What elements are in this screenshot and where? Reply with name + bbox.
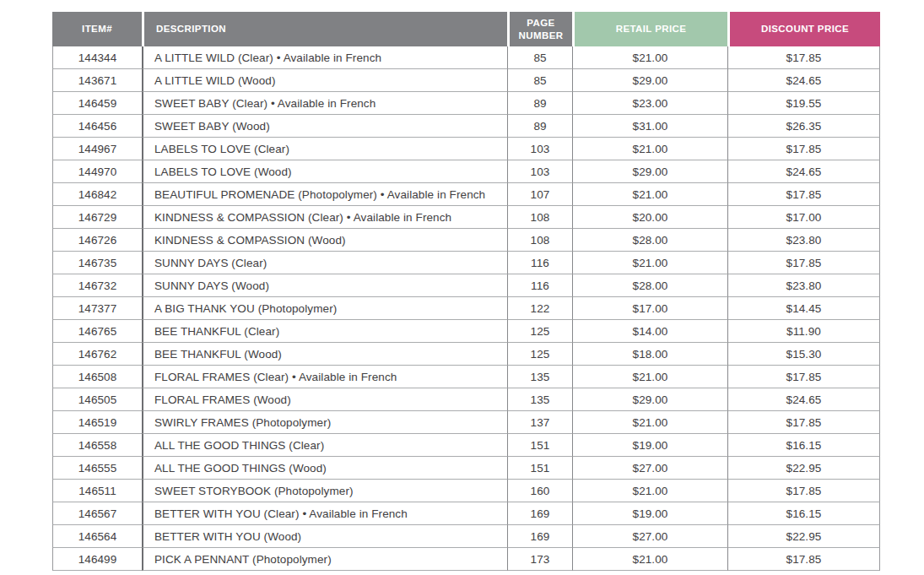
item-number-cell: 143671 xyxy=(52,69,142,92)
page-number-cell: 137 xyxy=(507,411,572,434)
discount-price-cell: $17.00 xyxy=(727,206,880,229)
column-header-item-number: ITEM# xyxy=(52,12,142,46)
table-row: 143671A LITTLE WILD (Wood)85$29.00$24.65 xyxy=(52,69,880,92)
retail-price-cell: $21.00 xyxy=(572,46,727,69)
item-number-cell: 144970 xyxy=(52,160,142,183)
description-cell: A LITTLE WILD (Clear) • Available in Fre… xyxy=(142,46,507,69)
retail-price-cell: $21.00 xyxy=(572,548,727,571)
description-cell: LABELS TO LOVE (Wood) xyxy=(142,160,507,183)
column-header-description: DESCRIPTION xyxy=(142,12,507,46)
description-cell: KINDNESS & COMPASSION (Wood) xyxy=(142,229,507,252)
discount-price-cell: $17.85 xyxy=(727,411,880,434)
description-cell: ALL THE GOOD THINGS (Clear) xyxy=(142,434,507,457)
description-cell: ALL THE GOOD THINGS (Wood) xyxy=(142,457,507,480)
item-number-cell: 146842 xyxy=(52,183,142,206)
page-number-cell: 173 xyxy=(507,548,572,571)
page-number-cell: 151 xyxy=(507,457,572,480)
item-number-cell: 146558 xyxy=(52,434,142,457)
table-row: 146499PICK A PENNANT (Photopolymer)173$2… xyxy=(52,548,880,571)
page-number-cell: 151 xyxy=(507,434,572,457)
table-row: 146519SWIRLY FRAMES (Photopolymer)137$21… xyxy=(52,411,880,434)
item-number-cell: 146505 xyxy=(52,388,142,411)
discount-price-cell: $23.80 xyxy=(727,274,880,297)
table-row: 146726KINDNESS & COMPASSION (Wood)108$28… xyxy=(52,229,880,252)
page-number-cell: 169 xyxy=(507,525,572,548)
discount-price-cell: $23.80 xyxy=(727,229,880,252)
discount-price-cell: $17.85 xyxy=(727,138,880,160)
page-number-cell: 135 xyxy=(507,366,572,388)
page-number-cell: 108 xyxy=(507,206,572,229)
page-number-cell: 116 xyxy=(507,274,572,297)
retail-price-cell: $17.00 xyxy=(572,297,727,320)
table-row: 146459SWEET BABY (Clear) • Available in … xyxy=(52,92,880,115)
discount-price-cell: $16.15 xyxy=(727,502,880,525)
description-cell: BETTER WITH YOU (Clear) • Available in F… xyxy=(142,502,507,525)
retail-price-cell: $21.00 xyxy=(572,366,727,388)
table-row: 146456SWEET BABY (Wood)89$31.00$26.35 xyxy=(52,115,880,138)
retail-price-cell: $29.00 xyxy=(572,388,727,411)
item-number-cell: 146511 xyxy=(52,480,142,502)
item-number-cell: 146555 xyxy=(52,457,142,480)
table-row: 146729KINDNESS & COMPASSION (Clear) • Av… xyxy=(52,206,880,229)
item-number-cell: 147377 xyxy=(52,297,142,320)
discount-price-cell: $14.45 xyxy=(727,297,880,320)
page-number-cell: 85 xyxy=(507,46,572,69)
discount-price-cell: $17.85 xyxy=(727,183,880,206)
item-number-cell: 146765 xyxy=(52,320,142,343)
page-number-cell: 107 xyxy=(507,183,572,206)
price-table: ITEM# DESCRIPTION PAGE NUMBER RETAIL PRI… xyxy=(52,12,880,571)
description-cell: PICK A PENNANT (Photopolymer) xyxy=(142,548,507,571)
discount-price-cell: $16.15 xyxy=(727,434,880,457)
description-cell: BEE THANKFUL (Clear) xyxy=(142,320,507,343)
description-cell: BETTER WITH YOU (Wood) xyxy=(142,525,507,548)
discount-price-cell: $17.85 xyxy=(727,252,880,274)
page-number-cell: 160 xyxy=(507,480,572,502)
description-cell: FLORAL FRAMES (Wood) xyxy=(142,388,507,411)
table-row: 146842BEAUTIFUL PROMENADE (Photopolymer)… xyxy=(52,183,880,206)
retail-price-cell: $21.00 xyxy=(572,183,727,206)
item-number-cell: 146732 xyxy=(52,274,142,297)
retail-price-cell: $29.00 xyxy=(572,69,727,92)
table-row: 146511SWEET STORYBOOK (Photopolymer)160$… xyxy=(52,480,880,502)
description-cell: FLORAL FRAMES (Clear) • Available in Fre… xyxy=(142,366,507,388)
retail-price-cell: $29.00 xyxy=(572,160,727,183)
page-number-cell: 89 xyxy=(507,92,572,115)
discount-price-cell: $11.90 xyxy=(727,320,880,343)
table-row: 144967LABELS TO LOVE (Clear)103$21.00$17… xyxy=(52,138,880,160)
retail-price-cell: $21.00 xyxy=(572,138,727,160)
page-number-cell: 169 xyxy=(507,502,572,525)
table-row: 146735SUNNY DAYS (Clear)116$21.00$17.85 xyxy=(52,252,880,274)
page-number-cell: 103 xyxy=(507,160,572,183)
page-number-cell: 125 xyxy=(507,320,572,343)
description-cell: BEAUTIFUL PROMENADE (Photopolymer) • Ava… xyxy=(142,183,507,206)
description-cell: SUNNY DAYS (Clear) xyxy=(142,252,507,274)
item-number-cell: 146519 xyxy=(52,411,142,434)
retail-price-cell: $20.00 xyxy=(572,206,727,229)
discount-price-cell: $17.85 xyxy=(727,46,880,69)
retail-price-cell: $14.00 xyxy=(572,320,727,343)
discount-price-cell: $15.30 xyxy=(727,343,880,366)
table-row: 146555ALL THE GOOD THINGS (Wood)151$27.0… xyxy=(52,457,880,480)
description-cell: SWEET STORYBOOK (Photopolymer) xyxy=(142,480,507,502)
item-number-cell: 146735 xyxy=(52,252,142,274)
retail-price-cell: $27.00 xyxy=(572,525,727,548)
item-number-cell: 146499 xyxy=(52,548,142,571)
item-number-cell: 146729 xyxy=(52,206,142,229)
discount-price-cell: $19.55 xyxy=(727,92,880,115)
item-number-cell: 146726 xyxy=(52,229,142,252)
retail-price-cell: $23.00 xyxy=(572,92,727,115)
description-cell: LABELS TO LOVE (Clear) xyxy=(142,138,507,160)
discount-price-cell: $22.95 xyxy=(727,457,880,480)
item-number-cell: 146456 xyxy=(52,115,142,138)
retail-price-cell: $18.00 xyxy=(572,343,727,366)
table-row: 146505FLORAL FRAMES (Wood)135$29.00$24.6… xyxy=(52,388,880,411)
retail-price-cell: $21.00 xyxy=(572,411,727,434)
page-number-cell: 122 xyxy=(507,297,572,320)
description-cell: KINDNESS & COMPASSION (Clear) • Availabl… xyxy=(142,206,507,229)
table-row: 146508FLORAL FRAMES (Clear) • Available … xyxy=(52,366,880,388)
description-cell: A LITTLE WILD (Wood) xyxy=(142,69,507,92)
table-row: 146765BEE THANKFUL (Clear)125$14.00$11.9… xyxy=(52,320,880,343)
page-number-cell: 135 xyxy=(507,388,572,411)
retail-price-cell: $19.00 xyxy=(572,434,727,457)
retail-price-cell: $28.00 xyxy=(572,274,727,297)
